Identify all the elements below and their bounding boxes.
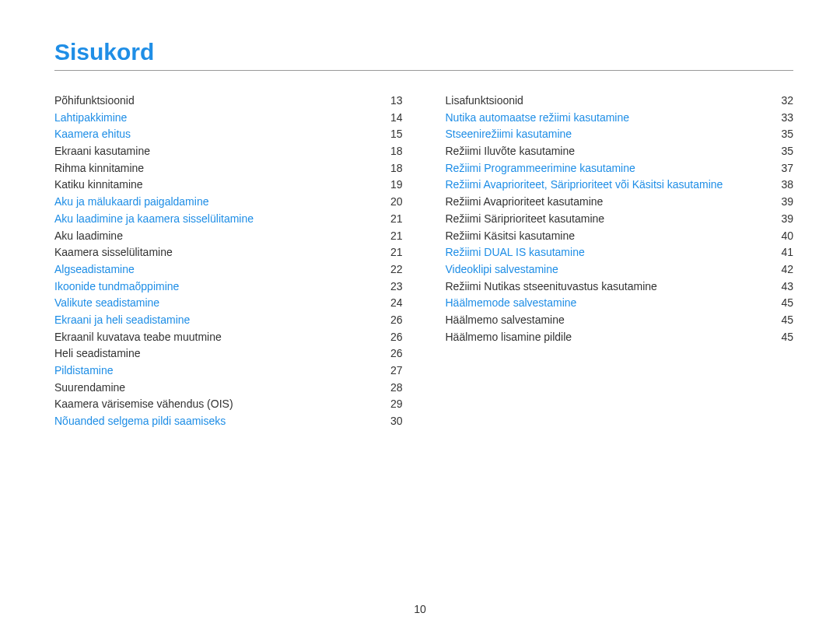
page-title: Sisukord <box>54 39 793 65</box>
toc-page-number: 15 <box>390 126 403 143</box>
toc-row[interactable]: Häälmemode salvestamine45 <box>446 295 794 312</box>
toc-page-number: 26 <box>390 329 403 346</box>
toc-label[interactable]: Häälmemode salvestamine <box>446 295 577 312</box>
toc-page-number: 18 <box>390 160 403 177</box>
toc-row[interactable]: Pildistamine27 <box>54 363 403 380</box>
toc-row: Põhifunktsioonid13 <box>54 93 403 110</box>
toc-page-number: 21 <box>390 244 403 261</box>
toc-page-number: 13 <box>390 93 403 110</box>
toc-row[interactable]: Videoklipi salvestamine42 <box>446 261 794 278</box>
toc-page-number: 35 <box>781 126 793 143</box>
toc-page-number: 20 <box>390 194 403 211</box>
toc-row[interactable]: Ekraani ja heli seadistamine26 <box>54 312 403 329</box>
toc-page-number: 41 <box>781 244 793 261</box>
toc-page-number: 39 <box>781 194 793 211</box>
toc-label[interactable]: Kaamera ehitus <box>54 126 131 143</box>
toc-label: Kaamera värisemise vähendus (OIS) <box>54 396 233 413</box>
toc-label[interactable]: Ekraani ja heli seadistamine <box>54 312 190 329</box>
toc-page-number: 45 <box>781 312 793 329</box>
toc-row: Häälmemo lisamine pildile45 <box>446 329 794 346</box>
toc-row[interactable]: Aku ja mälukaardi paigaldamine20 <box>54 194 403 211</box>
toc-page-number: 27 <box>390 363 403 380</box>
toc-row: Kaamera värisemise vähendus (OIS)29 <box>54 396 403 413</box>
toc-right-column: Lisafunktsioonid32Nutika automaatse reži… <box>446 93 794 430</box>
toc-label: Režiimi Nutikas stseenituvastus kasutami… <box>446 278 657 296</box>
toc-page-number: 38 <box>781 177 793 194</box>
toc-page-number: 24 <box>390 295 403 312</box>
toc-label[interactable]: Videoklipi salvestamine <box>446 261 558 278</box>
toc-row[interactable]: Stseenirežiimi kasutamine35 <box>446 126 794 143</box>
toc-label: Režiimi Käsitsi kasutamine <box>446 228 576 245</box>
toc-label[interactable]: Režiimi DUAL IS kasutamine <box>446 244 585 261</box>
toc-row[interactable]: Algseadistamine22 <box>54 261 403 278</box>
toc-row: Režiimi Nutikas stseenituvastus kasutami… <box>446 278 794 296</box>
toc-page-number: 18 <box>390 143 403 160</box>
toc-row[interactable]: Ikoonide tundmaõppimine23 <box>54 278 403 296</box>
toc-label[interactable]: Ikoonide tundmaõppimine <box>54 278 179 296</box>
toc-row[interactable]: Kaamera ehitus15 <box>54 126 403 143</box>
toc-label: Põhifunktsioonid <box>54 93 135 110</box>
toc-row: Režiimi Säriprioriteet kasutamine39 <box>446 211 794 228</box>
toc-page-number: 23 <box>390 278 403 296</box>
toc-label[interactable]: Režiimi Avaprioriteet, Säriprioriteet võ… <box>446 177 723 194</box>
toc-label: Häälmemo lisamine pildile <box>446 329 572 346</box>
toc-page-number: 21 <box>390 211 403 228</box>
toc-label: Suurendamine <box>54 380 125 397</box>
toc-columns: Põhifunktsioonid13Lahtipakkimine14Kaamer… <box>54 93 793 430</box>
toc-row: Suurendamine28 <box>54 380 403 397</box>
toc-row[interactable]: Aku laadimine ja kaamera sisselülitamine… <box>54 211 403 228</box>
toc-row: Kaamera sisselülitamine21 <box>54 244 403 261</box>
page-number: 10 <box>0 603 840 615</box>
toc-page-number: 21 <box>390 228 403 245</box>
toc-row[interactable]: Režiimi DUAL IS kasutamine41 <box>446 244 794 261</box>
toc-row: Lisafunktsioonid32 <box>446 93 794 110</box>
toc-page-number: 32 <box>781 93 793 110</box>
toc-label: Režiimi Avaprioriteet kasutamine <box>446 194 604 211</box>
toc-row: Aku laadimine21 <box>54 228 403 245</box>
toc-page-number: 28 <box>390 380 403 397</box>
toc-row: Režiimi Käsitsi kasutamine40 <box>446 228 794 245</box>
toc-row: Häälmemo salvestamine45 <box>446 312 794 329</box>
title-underline <box>54 70 793 71</box>
toc-page-number: 37 <box>781 160 793 177</box>
toc-label: Häälmemo salvestamine <box>446 312 565 329</box>
toc-label: Ekraani kasutamine <box>54 143 150 160</box>
toc-page-number: 42 <box>781 261 793 278</box>
toc-row: Heli seadistamine26 <box>54 345 403 363</box>
toc-label[interactable]: Lahtipakkimine <box>54 110 127 127</box>
toc-row[interactable]: Režiimi Avaprioriteet, Säriprioriteet võ… <box>446 177 794 194</box>
toc-row[interactable]: Nõuanded selgema pildi saamiseks30 <box>54 413 403 430</box>
toc-page-number: 45 <box>781 295 793 312</box>
toc-page-number: 39 <box>781 211 793 228</box>
toc-label[interactable]: Nutika automaatse režiimi kasutamine <box>446 110 630 127</box>
toc-row[interactable]: Lahtipakkimine14 <box>54 110 403 127</box>
toc-label: Heli seadistamine <box>54 345 141 363</box>
toc-row: Rihma kinnitamine18 <box>54 160 403 177</box>
toc-label[interactable]: Nõuanded selgema pildi saamiseks <box>54 413 226 430</box>
toc-row[interactable]: Režiimi Programmeerimine kasutamine37 <box>446 160 794 177</box>
toc-page-number: 45 <box>781 329 793 346</box>
toc-label: Ekraanil kuvatava teabe muutmine <box>54 329 222 346</box>
toc-row: Režiimi Avaprioriteet kasutamine39 <box>446 194 794 211</box>
toc-row: Ekraanil kuvatava teabe muutmine26 <box>54 329 403 346</box>
toc-label[interactable]: Stseenirežiimi kasutamine <box>446 126 572 143</box>
toc-label[interactable]: Algseadistamine <box>54 261 135 278</box>
toc-label: Lisafunktsioonid <box>446 93 523 110</box>
toc-page-number: 26 <box>390 312 403 329</box>
toc-row[interactable]: Valikute seadistamine24 <box>54 295 403 312</box>
toc-label[interactable]: Režiimi Programmeerimine kasutamine <box>446 160 635 177</box>
toc-page-number: 26 <box>390 345 403 363</box>
toc-label: Režiimi Iluvõte kasutamine <box>446 143 576 160</box>
toc-label[interactable]: Pildistamine <box>54 363 113 380</box>
toc-row[interactable]: Nutika automaatse režiimi kasutamine33 <box>446 110 794 127</box>
toc-page-number: 19 <box>390 177 403 194</box>
toc-label[interactable]: Aku ja mälukaardi paigaldamine <box>54 194 208 211</box>
toc-label[interactable]: Valikute seadistamine <box>54 295 159 312</box>
toc-page-number: 14 <box>390 110 403 127</box>
toc-label: Aku laadimine <box>54 228 123 245</box>
toc-label: Katiku kinnitamine <box>54 177 143 194</box>
toc-row: Režiimi Iluvõte kasutamine35 <box>446 143 794 160</box>
toc-page-number: 30 <box>390 413 403 430</box>
toc-row: Ekraani kasutamine18 <box>54 143 403 160</box>
toc-label[interactable]: Aku laadimine ja kaamera sisselülitamine <box>54 211 254 228</box>
